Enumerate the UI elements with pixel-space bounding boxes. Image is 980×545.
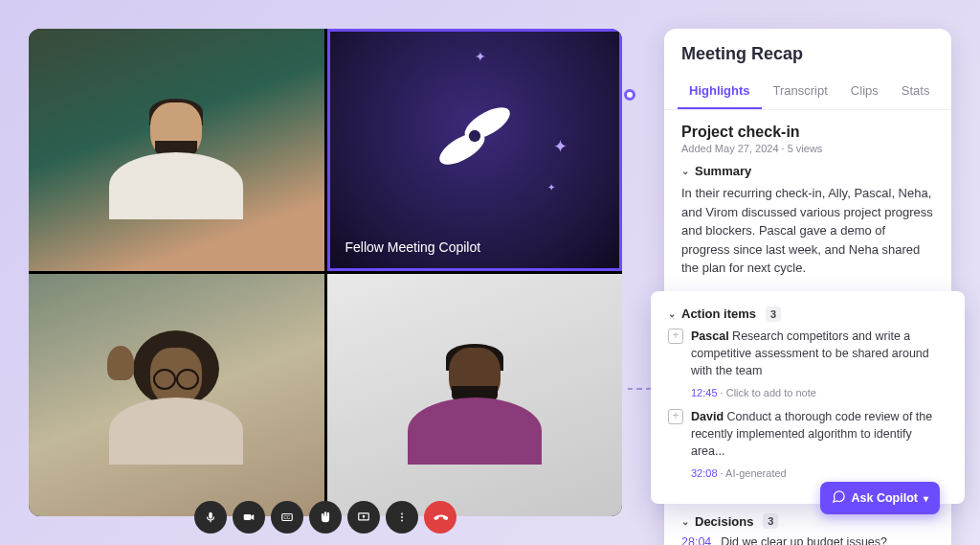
action-items-heading: Action items [681,307,756,321]
chevron-down-icon: ⌄ [681,516,689,527]
svg-point-12 [401,520,403,522]
chevron-down-icon: ⌄ [681,166,689,176]
action-item-assignee: Pascal [691,329,729,343]
panel-title: Meeting Recap [664,44,951,76]
decision-text: Did we clear up budget issues? [721,534,887,545]
camera-button[interactable] [233,501,265,534]
action-items-header[interactable]: ⌄ Action items 3 [668,307,947,322]
svg-rect-5 [244,514,252,520]
svg-point-11 [401,516,403,518]
participant-avatar [119,338,234,453]
tab-highlights[interactable]: Highlights [678,76,762,109]
action-items-card: ⌄ Action items 3 + Pascal Research compe… [651,291,965,505]
copilot-tile[interactable]: ✦ ✦ ✦ Fellow Meeting Copilot [327,29,623,271]
add-to-note-button[interactable]: + [668,329,683,344]
add-to-note-button[interactable]: + [668,409,683,424]
call-controls: CC [194,501,457,534]
action-item-text: Conduct a thorough code review of the re… [691,410,932,458]
participant-tile[interactable] [29,29,324,271]
decision-item: 28:04 Did we clear up budget issues? [681,534,934,545]
decisions-count: 3 [763,513,778,529]
video-call-area: ✦ ✦ ✦ Fellow Meeting Copilot [29,29,622,516]
participant-tile[interactable] [327,274,623,516]
action-item-meta: 32:08 · AI-generated [691,467,947,479]
captions-button[interactable]: CC [271,501,303,534]
tab-stats[interactable]: Stats [890,76,942,109]
tab-transcript[interactable]: Transcript [762,76,839,109]
summary-text: In their recurring check-in, Ally, Pasca… [681,184,934,278]
connector-dot-icon [624,89,635,101]
svg-point-10 [401,513,403,515]
decisions-heading: Decisions [695,514,753,529]
timestamp[interactable]: 12:45 [691,387,718,398]
sparkle-icon: ✦ [553,136,568,157]
tabs: Highlights Transcript Clips Stats [664,76,951,110]
svg-marker-6 [251,514,254,520]
raise-hand-button[interactable] [309,501,342,534]
copilot-label: Fellow Meeting Copilot [345,239,481,255]
meeting-title: Project check-in [681,124,934,141]
participant-avatar [119,93,234,208]
sparkle-icon: ✦ [475,49,486,64]
chat-sparkle-icon [832,489,846,507]
meeting-meta: Added May 27, 2024 · 5 views [681,143,934,154]
action-item-meta[interactable]: 12:45 · Click to add to note [691,387,947,398]
decisions-header[interactable]: ⌄ Decisions 3 [681,513,934,529]
action-items-count: 3 [766,307,781,322]
microphone-button[interactable] [194,501,227,534]
participant-tile[interactable] [29,274,324,516]
svg-text:CC: CC [284,515,291,520]
video-grid: ✦ ✦ ✦ Fellow Meeting Copilot [29,29,622,516]
more-options-button[interactable] [386,501,418,534]
share-screen-button[interactable] [347,501,380,534]
chevron-down-icon: ⌄ [668,308,676,319]
summary-header[interactable]: ⌄ Summary [681,164,934,178]
copilot-logo-icon [433,94,517,182]
tab-clips[interactable]: Clips [839,76,890,109]
svg-point-2 [469,130,480,142]
sparkle-icon: ✦ [547,182,555,193]
chevron-down-icon: ▾ [924,493,928,504]
summary-heading: Summary [695,164,751,178]
participant-avatar [417,338,532,453]
ask-copilot-button[interactable]: Ask Copilot ▾ [820,482,940,514]
end-call-button[interactable] [424,501,457,534]
action-item-assignee: David [691,410,724,423]
recap-panel: Meeting Recap Highlights Transcript Clip… [664,29,951,545]
timestamp[interactable]: 28:04 [681,534,711,545]
svg-rect-3 [209,512,212,519]
timestamp[interactable]: 32:08 [691,467,718,479]
action-item: + David Conduct a thorough code review o… [668,408,947,460]
action-item: + Pascal Research competitors and write … [668,328,947,379]
